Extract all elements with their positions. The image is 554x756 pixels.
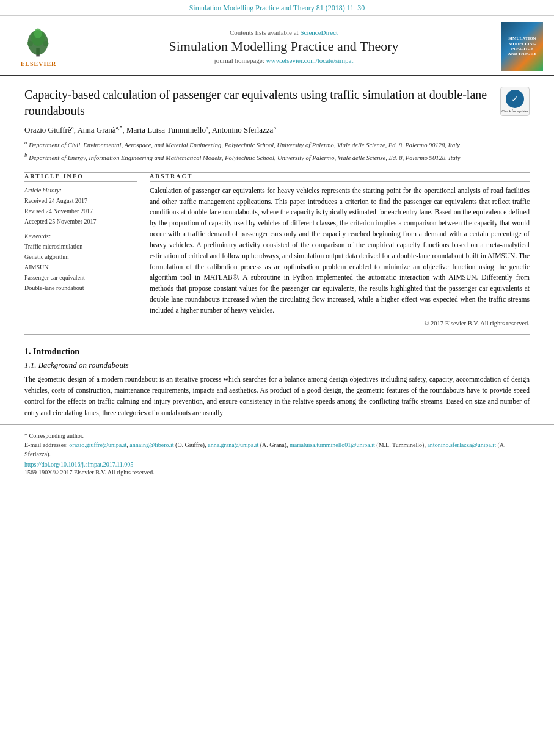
affiliation-a: a Department of Civil, Environmental, Ae…: [24, 139, 530, 150]
keyword-4: Passenger car equivalent: [24, 272, 137, 283]
doi-line: https://doi.org/10.1016/j.simpat.2017.11…: [24, 461, 530, 468]
article-info-label: Article Info: [24, 173, 137, 182]
affiliations: a Department of Civil, Environmental, Ae…: [24, 139, 530, 162]
svg-point-5: [43, 41, 48, 46]
email-link-3[interactable]: anna.grana@unipa.it: [208, 442, 258, 448]
intro-subsection-title: 1.1. Background on roundabouts: [24, 360, 530, 370]
keyword-3: AIMSUN: [24, 262, 137, 272]
check-updates-badge: ✓ Check for updates: [500, 87, 530, 116]
article-history-title: Article history:: [24, 187, 137, 194]
email-link-5[interactable]: antonino.sferlazza@unipa.it: [427, 442, 496, 448]
article-info-column: Article Info Article history: Received 2…: [24, 173, 137, 327]
info-abstract-columns: Article Info Article history: Received 2…: [0, 173, 554, 327]
email-link-1[interactable]: orazio.giuffre@unipa.it: [69, 442, 126, 448]
article-title-section: Capacity-based calculation of passenger …: [0, 76, 554, 172]
revised-date: Revised 24 November 2017: [24, 206, 137, 216]
journal-header: ELSEVIER Contents lists available at Sci…: [0, 16, 554, 76]
check-updates-label: Check for updates: [501, 109, 528, 113]
author-1: Orazio Giuffrèa: [24, 125, 74, 134]
journal-citation-bar: Simulation Modelling Practice and Theory…: [0, 0, 554, 16]
contents-available-line: Contents lists available at ScienceDirec…: [72, 29, 495, 36]
article-title-row: Capacity-based calculation of passenger …: [24, 87, 530, 118]
article-dates: Received 24 August 2017 Revised 24 Novem…: [24, 195, 137, 227]
email-link-2[interactable]: annaing@libero.it: [129, 442, 173, 448]
copyright-line: © 2017 Elsevier B.V. All rights reserved…: [150, 320, 530, 327]
intro-section-title: 1. Introduction: [24, 347, 530, 357]
author-4: Antonino Sferlazzab: [212, 125, 276, 134]
keyword-5: Double-lane roundabout: [24, 283, 137, 293]
keyword-2: Genetic algorithm: [24, 252, 137, 262]
elsevier-tree-icon: [14, 26, 63, 59]
keyword-1: Traffic microsimulation: [24, 241, 137, 252]
received-date: Received 24 August 2017: [24, 195, 137, 206]
email-addresses-line: E-mail addresses: orazio.giuffre@unipa.i…: [24, 440, 530, 459]
svg-point-3: [34, 29, 42, 39]
article-title: Capacity-based calculation of passenger …: [24, 87, 492, 118]
doi-link[interactable]: https://doi.org/10.1016/j.simpat.2017.11…: [24, 461, 133, 468]
journal-citation-text: Simulation Modelling Practice and Theory…: [189, 4, 365, 12]
sciencedirect-link[interactable]: ScienceDirect: [300, 29, 338, 36]
abstract-column: Abstract Calculation of passenger car eq…: [150, 173, 530, 327]
keywords-list: Traffic microsimulation Genetic algorith…: [24, 241, 137, 293]
intro-body-text: The geometric design of a modern roundab…: [24, 374, 530, 419]
footer-footnotes: * Corresponding author. E-mail addresses…: [0, 424, 554, 476]
author-3: Maria Luisa Tumminelloa: [126, 125, 208, 134]
introduction-section: 1. Introduction 1.1. Background on round…: [0, 341, 554, 419]
abstract-text: Calculation of passenger car equivalents…: [150, 186, 530, 316]
accepted-date: Accepted 25 November 2017: [24, 216, 137, 227]
issn-line: 1569-190X/© 2017 Elsevier B.V. All right…: [24, 469, 530, 476]
affiliation-b: b Department of Energy, Information Engi…: [24, 151, 530, 162]
journal-homepage-line: journal homepage: www.elsevier.com/locat…: [72, 57, 495, 64]
journal-cover-image: SIMULATIONMODELLINGPRACTICEAND THEORY: [501, 22, 543, 71]
svg-point-4: [27, 41, 33, 46]
abstract-label: Abstract: [150, 173, 530, 182]
elsevier-brand-label: ELSEVIER: [21, 60, 57, 67]
homepage-link[interactable]: www.elsevier.com/locate/simpat: [266, 57, 354, 64]
section-divider-2: [24, 334, 530, 335]
journal-title: Simulation Modelling Practice and Theory: [72, 38, 495, 54]
corresponding-author-note: * Corresponding author.: [24, 431, 530, 440]
journal-center: Contents lists available at ScienceDirec…: [72, 29, 495, 64]
authors-line: Orazio Giuffrèa, Anna Granàa,*, Maria Lu…: [24, 125, 530, 135]
email-link-4[interactable]: marialuisa.tumminello01@unipa.it: [290, 442, 375, 448]
keywords-title: Keywords:: [24, 233, 137, 239]
author-2: Anna Granàa,*: [77, 125, 122, 134]
check-updates-icon: ✓: [506, 90, 524, 108]
journal-logo: ELSEVIER: [11, 26, 66, 67]
